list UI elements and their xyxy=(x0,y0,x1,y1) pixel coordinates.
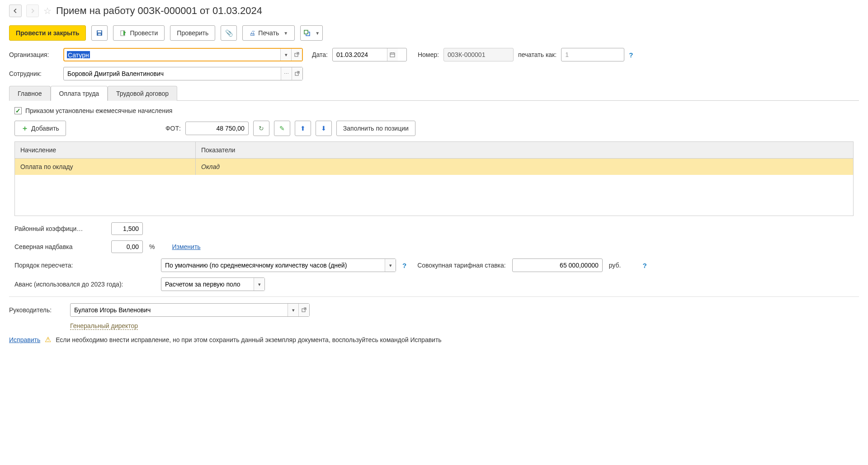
fot-input[interactable] xyxy=(185,122,249,135)
post-and-close-button[interactable]: Провести и закрыть xyxy=(9,25,86,41)
ellipsis-icon: ⋯ xyxy=(284,71,289,77)
link-nav-icon xyxy=(303,29,311,37)
manager-row: Руководитель: ▾ xyxy=(9,303,859,317)
manager-position-link[interactable]: Генеральный директор xyxy=(70,322,138,330)
district-coeff-row: Районный коэффици… xyxy=(9,222,859,235)
nav-back-button[interactable] xyxy=(9,5,22,17)
tariff-unit: руб. xyxy=(609,262,621,269)
advance-label: Аванс (использовался до 2023 года): xyxy=(14,281,155,288)
organization-input[interactable]: Сатурн ▾ xyxy=(63,48,303,61)
open-button[interactable] xyxy=(298,304,309,316)
employee-label: Сотрудник: xyxy=(9,70,59,77)
manager-position-row: Генеральный директор xyxy=(9,322,859,330)
refresh-button[interactable]: ↻ xyxy=(253,121,269,136)
number-label: Номер: xyxy=(418,51,439,58)
cell-accrual: Оплата по окладу xyxy=(15,159,196,175)
tab-pay[interactable]: Оплата труда xyxy=(51,86,108,101)
edit-button[interactable]: ✎ xyxy=(274,121,290,136)
print-as-label: печатать как: xyxy=(518,51,557,58)
north-input[interactable] xyxy=(111,240,143,253)
manager-label: Руководитель: xyxy=(9,306,66,314)
chevron-down-icon: ▾ xyxy=(389,263,392,268)
svg-rect-6 xyxy=(390,53,395,57)
print-as-value[interactable] xyxy=(561,48,624,61)
fix-warning-row: Исправить ⚠ Если необходимо внести испра… xyxy=(9,335,859,344)
select-button[interactable]: ⋯ xyxy=(281,67,292,80)
header: ☆ Прием на работу 00ЗК-000001 от 01.03.2… xyxy=(9,5,859,17)
percent-unit: % xyxy=(149,243,155,250)
monthly-accruals-checkbox-row: ✓ Приказом установлены ежемесячные начис… xyxy=(9,107,859,114)
col-indicators-header[interactable]: Показатели xyxy=(196,142,853,158)
pencil-icon: ✎ xyxy=(279,125,285,132)
district-coeff-input[interactable] xyxy=(111,222,143,235)
calendar-icon xyxy=(390,52,395,57)
refresh-icon: ↻ xyxy=(259,125,264,132)
main-toolbar: Провести и закрыть Провести Проверить 📎 … xyxy=(9,25,859,41)
open-external-icon xyxy=(302,307,307,313)
date-input[interactable] xyxy=(332,48,407,61)
tab-contract[interactable]: Трудовой договор xyxy=(108,86,177,101)
chevron-down-icon: ▾ xyxy=(292,307,295,313)
organization-label: Организация: xyxy=(9,51,59,58)
help-icon[interactable]: ? xyxy=(642,262,646,269)
dropdown-button[interactable]: ▾ xyxy=(280,49,291,61)
fot-value[interactable] xyxy=(186,122,248,135)
move-up-button[interactable]: ⬆ xyxy=(295,121,311,136)
help-icon[interactable]: ? xyxy=(402,262,406,269)
table-row[interactable]: Оплата по окладу Оклад xyxy=(15,159,853,175)
date-label: Дата: xyxy=(312,51,328,58)
number-value: 00ЗК-000001 xyxy=(443,48,514,61)
advance-select[interactable]: ▾ xyxy=(161,277,265,291)
post-icon xyxy=(120,29,127,37)
printer-icon: 🖨 xyxy=(249,29,255,37)
nav-forward-button[interactable] xyxy=(26,5,39,17)
svg-rect-2 xyxy=(98,33,101,35)
add-button[interactable]: ＋ Добавить xyxy=(14,121,66,136)
change-link[interactable]: Изменить xyxy=(172,243,200,250)
employee-input[interactable]: ⋯ xyxy=(63,67,303,80)
more-actions-button[interactable]: ▼ xyxy=(300,25,323,41)
employee-value[interactable] xyxy=(64,67,281,80)
dropdown-button[interactable]: ▾ xyxy=(288,304,298,316)
tariff-value[interactable] xyxy=(513,259,602,272)
organization-value: Сатурн xyxy=(67,51,90,58)
print-as-input[interactable] xyxy=(561,48,624,61)
move-down-button[interactable]: ⬇ xyxy=(316,121,332,136)
calendar-button[interactable] xyxy=(387,48,398,61)
svg-rect-4 xyxy=(304,30,308,34)
manager-input[interactable]: ▾ xyxy=(70,303,310,317)
favorite-star-icon[interactable]: ☆ xyxy=(43,5,52,16)
col-accrual-header[interactable]: Начисление xyxy=(15,142,196,158)
fix-link[interactable]: Исправить xyxy=(9,336,40,343)
recalc-label: Порядок пересчета: xyxy=(14,262,155,269)
monthly-accruals-checkbox[interactable]: ✓ xyxy=(14,107,22,114)
fix-text: Если необходимо внести исправление, но п… xyxy=(56,336,441,343)
tab-main[interactable]: Главное xyxy=(9,86,51,101)
print-button[interactable]: 🖨 Печать ▼ xyxy=(242,25,295,41)
save-button[interactable] xyxy=(91,25,108,41)
fill-by-position-button[interactable]: Заполнить по позиции xyxy=(336,121,415,136)
attach-button[interactable]: 📎 xyxy=(221,25,237,41)
advance-value[interactable] xyxy=(161,278,254,291)
tariff-input[interactable] xyxy=(512,258,603,272)
dropdown-button[interactable]: ▾ xyxy=(385,259,396,272)
open-button[interactable] xyxy=(291,49,302,61)
dropdown-button[interactable]: ▾ xyxy=(254,278,264,291)
recalc-select[interactable]: ▾ xyxy=(161,258,396,272)
chevron-down-icon: ▾ xyxy=(285,52,288,58)
chevron-down-icon: ▼ xyxy=(283,31,288,36)
date-value[interactable] xyxy=(333,48,387,61)
table-empty-area xyxy=(15,175,853,216)
chevron-down-icon: ▼ xyxy=(315,31,320,36)
post-button[interactable]: Провести xyxy=(113,25,165,41)
manager-value[interactable] xyxy=(71,304,288,316)
post-button-label: Провести xyxy=(130,29,158,37)
warning-icon: ⚠ xyxy=(45,335,51,344)
help-icon[interactable]: ? xyxy=(629,51,633,59)
recalc-value[interactable] xyxy=(161,259,385,272)
open-external-icon xyxy=(295,71,300,76)
cell-indicator: Оклад xyxy=(196,159,853,175)
arrow-up-icon: ⬆ xyxy=(300,125,306,132)
check-button[interactable]: Проверить xyxy=(170,25,215,41)
open-button[interactable] xyxy=(292,67,302,80)
